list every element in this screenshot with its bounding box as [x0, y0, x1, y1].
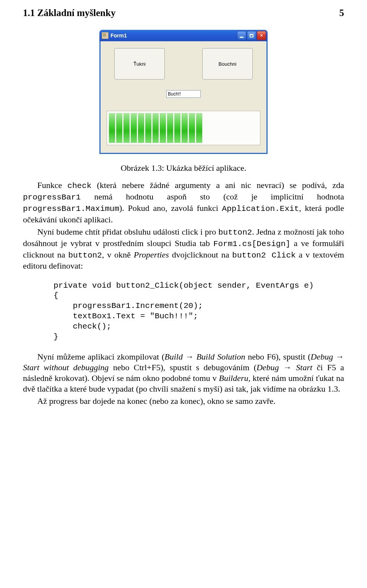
paragraph-2: Nyní budeme chtít přidat obsluhu událost… [23, 227, 344, 272]
paragraph-1: Funkce check (která nebere žádné argumen… [23, 180, 344, 225]
text: nebo Ctrl+F5), spustit s debugováním ( [109, 363, 257, 372]
titlebar: Form1 × [99, 30, 268, 41]
code-inline: button2 Click [232, 251, 296, 260]
form-icon [102, 32, 109, 39]
progress-segment [160, 113, 166, 143]
code-inline: Application.Exit [222, 204, 299, 213]
minimize-button[interactable] [237, 31, 246, 40]
text: dvojclicknout na [169, 250, 232, 259]
paragraph-3: Nyní můžeme aplikaci zkompilovat (Build … [23, 352, 344, 395]
figure: Form1 × Ťukni Bouchni Buch!! [23, 30, 344, 154]
progress-segment [182, 113, 188, 143]
arrow: → [333, 352, 344, 361]
progress-segment [109, 113, 115, 143]
button-row: Ťukni Bouchni [107, 48, 260, 79]
code-inline: button2 [68, 251, 102, 260]
progress-segment [145, 113, 151, 143]
progress-segment [123, 113, 130, 143]
arrow: → [279, 363, 296, 372]
window-title: Form1 [110, 32, 237, 39]
text: Nyní budeme chtít přidat obsluhu událost… [37, 227, 218, 236]
text: Nyní můžeme aplikaci zkompilovat ( [37, 352, 164, 361]
italic: Properties [134, 250, 169, 259]
section-title: 1.1 Základní myšlenky [23, 8, 115, 18]
italic: Debug [257, 363, 279, 372]
close-button[interactable]: × [257, 31, 266, 40]
progress-segment [196, 113, 202, 143]
button-label: Ťukni [133, 61, 146, 67]
progress-segment [174, 113, 180, 143]
xp-window: Form1 × Ťukni Bouchni Buch!! [99, 30, 268, 154]
page-header: 1.1 Základní myšlenky 5 [23, 8, 344, 18]
italic: Start without debugging [23, 363, 109, 372]
progress-segment [131, 113, 137, 143]
page: 1.1 Základní myšlenky 5 Form1 × Ťukni [0, 0, 367, 431]
maximize-button[interactable] [247, 31, 256, 40]
progress-bar [107, 111, 260, 145]
progress-segment [189, 113, 195, 143]
window-body: Ťukni Bouchni Buch!! [99, 41, 268, 154]
italic: Debug [311, 352, 333, 361]
progress-segment [138, 113, 144, 143]
text: Funkce [37, 180, 67, 190]
page-number: 5 [339, 8, 344, 18]
progress-segment [167, 113, 173, 143]
italic: Builderu [219, 373, 248, 383]
figure-caption: Obrázek 1.3: Ukázka běžící aplikace. [23, 163, 344, 173]
progress-segment [116, 113, 122, 143]
text: , v okně [102, 250, 134, 259]
code-inline: check [67, 181, 91, 190]
text: ). Pokud ano, zavolá funkci [119, 203, 222, 213]
code-inline: Form1.cs[Design] [213, 240, 291, 248]
code-inline: button2 [218, 228, 252, 237]
text: (která nebere žádné argumenty a ani nic … [91, 180, 344, 190]
text: nebo F6), spustit ( [245, 352, 310, 361]
italic: Build Solution [196, 352, 245, 361]
progress-segment [153, 113, 159, 143]
italic: Build [164, 352, 183, 361]
window-controls: × [237, 31, 266, 40]
code-inline: progressBar1 [23, 193, 81, 202]
paragraph-4: Až progress bar dojede na konec (nebo za… [23, 396, 344, 407]
tukni-button[interactable]: Ťukni [114, 48, 165, 79]
button-label: Bouchni [219, 61, 237, 67]
text: nemá hodnotu aspoň sto (což je implicitn… [81, 192, 344, 201]
italic: Start [296, 363, 312, 372]
textbox-wrap: Buch!! [107, 90, 260, 98]
code-block: private void button2_Click(object sender… [54, 281, 344, 342]
arrow: → [183, 352, 196, 361]
textbox[interactable]: Buch!! [166, 90, 201, 98]
bouchni-button[interactable]: Bouchni [202, 48, 253, 79]
code-inline: progressBar1.Maximum [23, 204, 119, 213]
